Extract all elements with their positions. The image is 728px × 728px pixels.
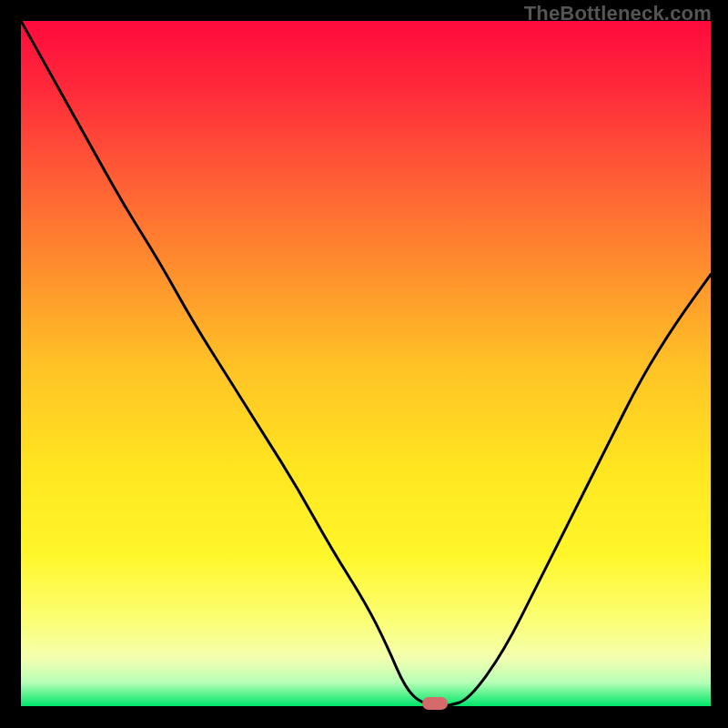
chart-frame: TheBottleneck.com — [0, 0, 728, 728]
optimum-marker — [422, 697, 448, 710]
plot-area — [21, 21, 711, 706]
chart-svg — [21, 21, 711, 706]
